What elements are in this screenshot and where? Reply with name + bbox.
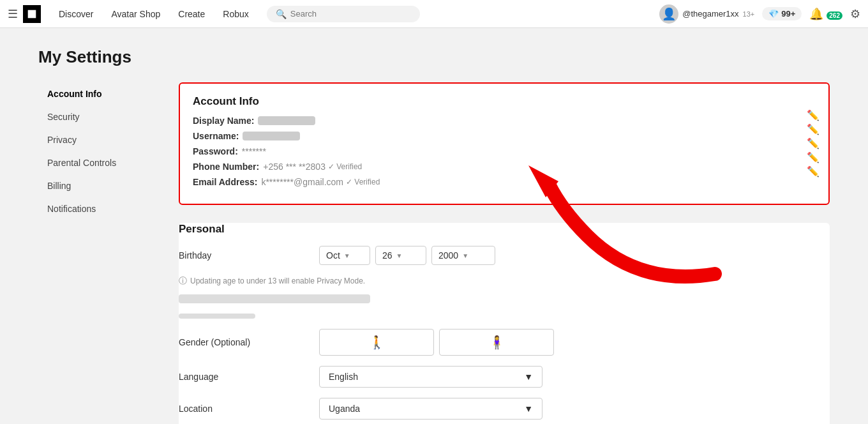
edit-display-name-button[interactable]: ✏️ <box>807 110 819 121</box>
account-info-box: Account Info Display Name: Username: Pas… <box>179 82 830 205</box>
birthday-month-select[interactable]: Oct ▼ <box>319 246 370 265</box>
edit-email-button[interactable]: ✏️ <box>807 167 819 177</box>
edit-password-button[interactable]: ✏️ <box>807 139 819 149</box>
nav-discover[interactable]: Discover <box>51 5 101 23</box>
sidebar-item-notifications[interactable]: Notifications <box>38 197 166 220</box>
personal-section: Personal Birthday Oct ▼ 26 ▼ <box>179 223 830 424</box>
svg-rect-0 <box>28 10 36 18</box>
topnav: ☰ Discover Avatar Shop Create Robux 🔍 👤 … <box>0 0 868 28</box>
location-label: Location <box>179 404 319 414</box>
search-icon: 🔍 <box>276 9 287 19</box>
sidebar-item-security[interactable]: Security <box>38 105 166 128</box>
personal-title: Personal <box>179 223 830 236</box>
edit-phone-button[interactable]: ✏️ <box>807 153 819 163</box>
birthday-month-value: Oct <box>326 250 340 261</box>
display-name-row: Display Name: <box>193 116 816 126</box>
page-title: My Settings <box>38 47 830 67</box>
username-label: @thegamer1xx <box>682 9 738 19</box>
info-circle-icon: ⓘ <box>179 275 187 287</box>
language-chevron-icon: ▼ <box>524 372 533 382</box>
roblox-logo <box>23 5 41 23</box>
username-row: Username: <box>193 131 816 141</box>
location-select[interactable]: Uganda ▼ <box>319 398 542 420</box>
birthday-year-select[interactable]: 2000 ▼ <box>431 246 495 265</box>
email-value: k********@gmail.com <box>261 177 343 187</box>
nav-avatar-shop[interactable]: Avatar Shop <box>103 5 168 23</box>
gender-male-button[interactable]: 🚶 <box>319 329 434 356</box>
password-label: Password: <box>193 146 238 156</box>
birthday-row: Birthday Oct ▼ 26 ▼ 2000 ▼ <box>179 246 830 265</box>
birthday-day-select[interactable]: 26 ▼ <box>375 246 426 265</box>
robux-icon: 💎 <box>768 9 779 19</box>
topnav-right: 👤 @thegamer1xx 13+ 💎 99+ 🔔 262 ⚙ <box>659 4 860 24</box>
language-row: Language English ▼ <box>179 366 830 388</box>
hamburger-icon[interactable]: ☰ <box>8 7 18 21</box>
user-avatar[interactable]: 👤 @thegamer1xx 13+ <box>659 4 754 24</box>
location-value: Uganda <box>329 404 360 414</box>
sidebar-item-account-info[interactable]: Account Info <box>38 82 166 105</box>
phone-verified-badge: ✓ Verified <box>328 162 362 171</box>
phone-label: Phone Number: <box>193 162 259 172</box>
language-select[interactable]: English ▼ <box>319 366 542 388</box>
settings-layout: Account Info Security Privacy Parental C… <box>38 82 830 424</box>
username-value <box>243 132 300 140</box>
display-name-value <box>258 116 315 125</box>
edit-icons-column: ✏️ ✏️ ✏️ ✏️ ✏️ <box>807 110 819 177</box>
birthday-year-value: 2000 <box>438 250 458 261</box>
gender-controls: 🚶 🧍‍♀️ <box>319 329 554 356</box>
blurred-info-row-2 <box>179 314 255 319</box>
account-info-title: Account Info <box>193 95 816 108</box>
gender-row: Gender (Optional) 🚶 🧍‍♀️ <box>179 329 830 356</box>
phone-row: Phone Number: +256 *** **2803 ✓ Verified <box>193 162 816 172</box>
display-name-label: Display Name: <box>193 116 254 126</box>
age-note-text: Updating age to under 13 will enable Pri… <box>190 276 365 285</box>
page-content: My Settings Account Info Security Privac… <box>0 28 868 424</box>
year-chevron-icon: ▼ <box>462 252 468 259</box>
age-privacy-note: ⓘ Updating age to under 13 will enable P… <box>179 275 830 287</box>
phone-value: +256 *** **2803 <box>263 162 326 172</box>
language-label: Language <box>179 372 319 382</box>
sidebar-item-parental-controls[interactable]: Parental Controls <box>38 151 166 174</box>
notification-count: 262 <box>827 11 842 20</box>
month-chevron-icon: ▼ <box>344 252 350 259</box>
email-verified-badge: ✓ Verified <box>346 178 380 186</box>
sidebar: Account Info Security Privacy Parental C… <box>38 82 166 424</box>
search-input[interactable] <box>290 9 411 19</box>
age-badge: 13+ <box>743 10 755 18</box>
sidebar-item-billing[interactable]: Billing <box>38 174 166 197</box>
settings-gear-icon[interactable]: ⚙ <box>850 7 860 21</box>
robux-badge[interactable]: 💎 99+ <box>762 7 802 20</box>
birthday-day-value: 26 <box>382 250 393 261</box>
location-row: Location Uganda ▼ <box>179 398 830 420</box>
main-content: Account Info Display Name: Username: Pas… <box>166 82 830 424</box>
robux-count: 99+ <box>781 9 795 19</box>
male-icon: 🚶 <box>369 335 385 350</box>
sidebar-item-privacy[interactable]: Privacy <box>38 128 166 151</box>
email-row: Email Address: k********@gmail.com ✓ Ver… <box>193 177 816 187</box>
nav-robux[interactable]: Robux <box>215 5 256 23</box>
topnav-links: Discover Avatar Shop Create Robux <box>51 5 257 23</box>
email-label: Email Address: <box>193 177 257 187</box>
search-bar[interactable]: 🔍 <box>267 6 420 22</box>
gender-female-button[interactable]: 🧍‍♀️ <box>439 329 554 356</box>
username-field-label: Username: <box>193 131 239 141</box>
birthday-label: Birthday <box>179 250 319 261</box>
day-chevron-icon: ▼ <box>396 252 403 259</box>
birthday-controls: Oct ▼ 26 ▼ 2000 ▼ <box>319 246 495 265</box>
password-value: ******* <box>242 146 266 156</box>
edit-username-button[interactable]: ✏️ <box>807 125 819 135</box>
notification-icon[interactable]: 🔔 262 <box>809 7 842 21</box>
gender-label: Gender (Optional) <box>179 337 319 347</box>
blurred-info-row <box>179 294 370 303</box>
nav-create[interactable]: Create <box>170 5 213 23</box>
avatar-image: 👤 <box>659 4 678 24</box>
location-chevron-icon: ▼ <box>524 404 533 414</box>
password-row: Password: ******* <box>193 146 816 156</box>
language-value: English <box>329 372 358 382</box>
female-icon: 🧍‍♀️ <box>489 335 505 350</box>
